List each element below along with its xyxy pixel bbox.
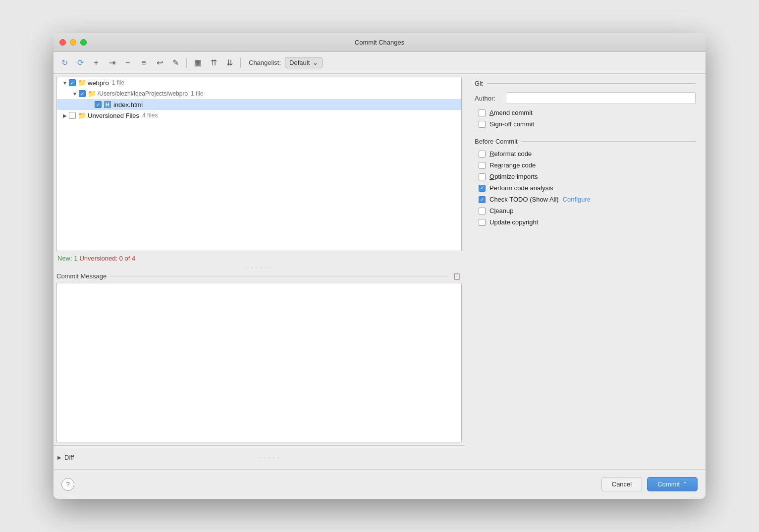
update-copyright-label[interactable]: Update copyright xyxy=(489,218,538,226)
checkbox-path[interactable]: ✓ xyxy=(79,90,86,97)
edit-button[interactable]: ✎ xyxy=(168,56,182,70)
update-copyright-checkbox[interactable] xyxy=(479,219,486,226)
update-copyright-row: Update copyright xyxy=(475,218,696,226)
main-content: ▼ ✓ 📁 webpro 1 file ▼ ✓ 📁 /Users/biezhi/… xyxy=(54,74,705,469)
count-webpro: 1 file xyxy=(112,79,124,86)
add-button[interactable]: + xyxy=(89,56,103,70)
tree-row-unversioned[interactable]: ▶ 📁 Unversioned Files 4 files xyxy=(57,110,461,121)
move-button[interactable]: ⇥ xyxy=(105,56,119,70)
optimize-imports-label[interactable]: Optimize imports xyxy=(489,173,538,180)
arrow-webpro[interactable]: ▼ xyxy=(61,79,69,87)
traffic-lights xyxy=(59,39,87,46)
perform-code-analysis-checkbox[interactable]: ✓ xyxy=(479,185,486,192)
toolbar: ↻ ⟳ + ⇥ − ≡ ↩ ✎ ▦ ⇈ ⇊ Changelist: Defaul… xyxy=(54,52,705,74)
changelist-dropdown[interactable]: Default ⌄ xyxy=(285,57,323,68)
label-index: index.html xyxy=(113,101,143,108)
count-unversioned: 4 files xyxy=(142,112,158,119)
folder-icon-unversioned: 📁 xyxy=(78,111,86,119)
checkbox-index[interactable]: ✓ xyxy=(95,101,102,108)
before-commit-header: Before Commit xyxy=(475,138,696,145)
before-commit-section: Before Commit Reformat code Rearrange co… xyxy=(475,138,696,230)
checkbox-unversioned[interactable] xyxy=(69,112,76,119)
cleanup-checkbox[interactable] xyxy=(479,208,486,214)
optimize-imports-checkbox[interactable] xyxy=(479,173,486,180)
rearrange-code-row: Rearrange code xyxy=(475,161,696,169)
file-icon-index: H xyxy=(104,101,111,108)
perform-code-analysis-row: ✓ Perform code analysis xyxy=(475,184,696,192)
check-todo-row: ✓ Check TODO (Show All) Configure xyxy=(475,196,696,203)
status-bar: New: 1 Unversioned: 0 of 4 xyxy=(54,251,465,265)
commit-message-icon[interactable]: 📋 xyxy=(452,271,462,281)
collapse-button[interactable]: ⇊ xyxy=(222,56,236,70)
diff-section[interactable]: ▶ Diff · · · · · · xyxy=(54,445,465,469)
commit-message-divider xyxy=(110,276,448,276)
author-row: Author: xyxy=(475,92,696,104)
title-bar: Commit Changes xyxy=(54,33,705,52)
commit-button-label: Commit xyxy=(657,480,680,488)
git-section-header: Git xyxy=(475,80,696,87)
status-new: New: 1 xyxy=(57,255,77,262)
tree-row-index-html[interactable]: ✓ H index.html xyxy=(57,99,461,110)
signoff-commit-label[interactable]: Sign-off commit xyxy=(489,120,534,128)
signoff-commit-row: Sign-off commit xyxy=(475,120,696,128)
amend-commit-label[interactable]: Amend commit xyxy=(489,109,533,116)
commit-button-arrow-icon: ⌃ xyxy=(683,481,687,487)
amend-commit-checkbox[interactable] xyxy=(479,109,486,116)
rearrange-code-checkbox[interactable] xyxy=(479,162,486,169)
help-button[interactable]: ? xyxy=(61,478,74,491)
remove-button[interactable]: − xyxy=(121,56,135,70)
arrow-unversioned[interactable]: ▶ xyxy=(61,111,69,119)
changelist-arrow-icon: ⌄ xyxy=(313,59,318,66)
tree-row-path[interactable]: ▼ ✓ 📁 /Users/biezhi/IdeaProjects/webpro … xyxy=(57,88,461,99)
label-path: /Users/biezhi/IdeaProjects/webpro xyxy=(98,90,188,97)
reformat-code-checkbox[interactable] xyxy=(479,151,486,158)
check-todo-label[interactable]: Check TODO (Show All) xyxy=(489,196,559,203)
right-panel: Git Author: Amend commit Sign-off commit xyxy=(465,74,705,469)
count-path: 1 file xyxy=(191,90,203,97)
signoff-commit-checkbox[interactable] xyxy=(479,121,486,128)
author-input[interactable] xyxy=(506,92,696,104)
minimize-button[interactable] xyxy=(70,39,76,46)
close-button[interactable] xyxy=(59,39,66,46)
status-unversioned: Unversioned: 0 of 4 xyxy=(79,255,135,262)
refresh-button[interactable]: ↻ xyxy=(57,56,71,70)
sync-button[interactable]: ⟳ xyxy=(73,56,87,70)
commit-message-label: Commit Message xyxy=(56,272,107,280)
cleanup-label[interactable]: Cleanup xyxy=(489,207,513,214)
reformat-code-row: Reformat code xyxy=(475,150,696,158)
checkbox-webpro[interactable]: ✓ xyxy=(69,79,76,86)
reformat-code-label[interactable]: Reformat code xyxy=(489,150,532,158)
rearrange-code-label[interactable]: Rearrange code xyxy=(489,161,536,169)
commit-message-header: Commit Message 📋 xyxy=(56,269,462,283)
changelist-value: Default xyxy=(289,59,310,66)
resize-handle-top[interactable]: · · · · · · xyxy=(54,265,465,269)
left-panel: ▼ ✓ 📁 webpro 1 file ▼ ✓ 📁 /Users/biezhi/… xyxy=(54,74,465,469)
tree-row-webpro[interactable]: ▼ ✓ 📁 webpro 1 file xyxy=(57,77,461,88)
undo-button[interactable]: ↩ xyxy=(153,56,166,70)
folder-icon-webpro: 📁 xyxy=(78,79,86,87)
toolbar-divider-2 xyxy=(240,58,241,68)
window-title: Commit Changes xyxy=(355,39,404,46)
diff-label: Diff xyxy=(64,454,74,461)
commit-message-input[interactable] xyxy=(56,283,462,442)
commit-changes-window: Commit Changes ↻ ⟳ + ⇥ − ≡ ↩ ✎ ▦ ⇈ ⇊ Cha… xyxy=(54,33,705,499)
diff-resize-dots: · · · · · · xyxy=(254,455,280,460)
optimize-imports-row: Optimize imports xyxy=(475,173,696,180)
bottom-bar: ? Cancel Commit ⌃ xyxy=(54,469,705,499)
file-tree[interactable]: ▼ ✓ 📁 webpro 1 file ▼ ✓ 📁 /Users/biezhi/… xyxy=(56,77,462,251)
author-label: Author: xyxy=(475,95,502,102)
group-button[interactable]: ≡ xyxy=(137,56,151,70)
cancel-button[interactable]: Cancel xyxy=(601,477,642,491)
arrow-index xyxy=(87,101,95,108)
arrow-path[interactable]: ▼ xyxy=(71,90,79,98)
expand-button[interactable]: ⇈ xyxy=(207,56,220,70)
commit-button[interactable]: Commit ⌃ xyxy=(647,477,698,491)
perform-code-analysis-label[interactable]: Perform code analysis xyxy=(489,184,553,192)
diff-arrow-icon: ▶ xyxy=(57,455,61,460)
check-todo-checkbox[interactable]: ✓ xyxy=(479,196,486,203)
view-button[interactable]: ▦ xyxy=(191,56,205,70)
maximize-button[interactable] xyxy=(80,39,87,46)
cleanup-row: Cleanup xyxy=(475,207,696,214)
configure-link[interactable]: Configure xyxy=(563,196,591,203)
label-webpro: webpro xyxy=(88,79,109,87)
